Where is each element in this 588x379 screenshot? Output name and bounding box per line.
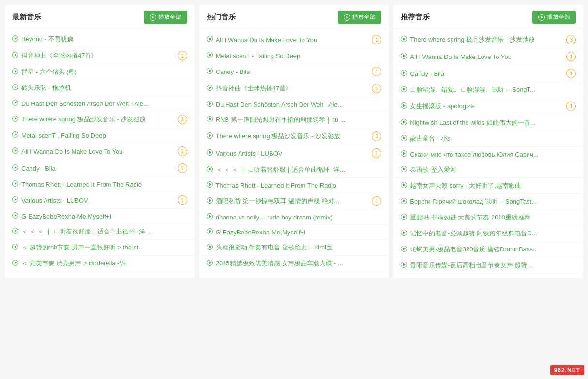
svg-marker-81 — [403, 152, 406, 155]
song-item-left: Береги Горячий шоколад 试听 -- SongTast... — [401, 197, 576, 206]
song-item[interactable]: G-EazyBebeRexha-Me,Myself+I — [5, 209, 195, 224]
song-item[interactable]: Candy - Bila1 — [5, 160, 195, 177]
song-item[interactable]: ＜ 超赞的rnb节奏 男声一直很好听 > the ot... — [5, 240, 195, 256]
song-item-left: Du Hast Den Schösten Arsch Der Welt - Al… — [12, 100, 187, 107]
song-item[interactable]: 越南女声天籁 sorry - 太好听了,越南歌曲 — [393, 178, 583, 194]
svg-marker-93 — [403, 248, 406, 250]
song-item[interactable]: 贵阳音乐传媒-夜店高档电音节奏女声 超赞... — [393, 258, 583, 274]
song-item[interactable]: 2015精选极致优美情感 女声极品车载大碟 - ... — [199, 256, 389, 272]
song-item[interactable]: Du Hast Den Schösten Arsch Der Welt - Al… — [199, 97, 389, 112]
song-play-icon — [207, 36, 213, 44]
song-item[interactable]: Various Artists - LUBOV1 — [5, 192, 195, 209]
song-item[interactable]: Nightwish-Last of the wilds 如此伟大的一首... — [393, 115, 583, 131]
song-badge: 1 — [178, 146, 187, 156]
song-badge: 1 — [178, 195, 187, 205]
song-item-left: All I Wanna Do Is Make Love To You — [12, 147, 175, 155]
song-item[interactable]: 蒙古童音 - 小s — [393, 131, 583, 147]
song-item[interactable]: There where spring 极品沙发音乐 - 沙发弛放3 — [5, 111, 195, 128]
song-item[interactable]: 记忆中的电音-必须超赞 阿铁跨年经典电音C... — [393, 226, 583, 242]
song-item-left: Thomas Rhett - Learned It From The Radio — [12, 180, 187, 188]
song-item-left: 泰语歌-坠入爱河 — [401, 165, 576, 174]
song-item[interactable]: ＜ ＜ ＜ ｜ ㄈ听着很舒服｜适合单曲循环 -洋 ... — [5, 224, 195, 240]
song-play-icon — [207, 132, 213, 140]
song-item-left: 抖音神曲《全球热播47首》 — [207, 84, 369, 93]
svg-marker-17 — [15, 149, 17, 152]
song-play-icon — [401, 70, 407, 77]
song-item-left: 抖音神曲《全球热播47首》 — [12, 51, 175, 60]
song-name: Скажи мне что такое любовь Юлия Савич... — [410, 151, 538, 158]
song-item[interactable]: RNB 第一道阳光照射在手指的刹那钢琴｜nu ... — [199, 112, 389, 128]
song-play-icon — [207, 197, 213, 205]
song-item[interactable]: Various Artists - LUBOV1 — [199, 145, 389, 162]
song-name: G-EazyBebeRexha-Me,Myself+I — [216, 229, 306, 236]
song-item[interactable]: All I Wanna Do Is Make Love To You1 — [199, 31, 389, 48]
song-item[interactable]: ＜ 完美节奏 漂亮男声 > cinderella -诉 — [5, 256, 195, 272]
song-item[interactable]: Береги Горячий шоколад 试听 -- SongTast... — [393, 194, 583, 210]
song-play-icon — [207, 166, 213, 174]
song-item[interactable]: Thomas Rhett - Learned It From The Radio — [199, 178, 389, 193]
song-item[interactable]: 酒吧私货 第一秒惊艳双耳 温情的声线 绝对...1 — [199, 193, 389, 210]
svg-marker-27 — [15, 230, 17, 233]
song-play-icon — [12, 84, 18, 92]
song-item[interactable]: Beyond - 不再犹豫 — [5, 31, 195, 47]
play-all-button-hot[interactable]: 播放全部 — [338, 11, 381, 24]
svg-marker-3 — [15, 37, 17, 40]
song-item[interactable]: 蛇蝎美男-极品电音320音质 磨弦DrumnBass... — [393, 242, 583, 258]
svg-marker-43 — [209, 102, 211, 105]
song-item[interactable]: Candy - Bila1 — [393, 65, 583, 82]
play-all-button-recommended[interactable]: 播放全部 — [532, 11, 576, 24]
song-item[interactable]: All I Wanna Do Is Make Love To You1 — [393, 48, 583, 65]
song-item-left: 记忆中的电音-必须超赞 阿铁跨年经典电音C... — [401, 229, 576, 238]
panel-header-recommended: 推荐音乐 播放全部 — [393, 5, 583, 29]
song-item-left: All I Wanna Do Is Make Love To You — [401, 53, 563, 60]
song-item[interactable]: Metal scenT - Failing So Deep — [5, 128, 195, 143]
panel-recommended: 推荐音乐 播放全部There where spring 极品沙发音乐 - 沙发弛… — [393, 5, 583, 278]
song-play-icon — [12, 244, 18, 251]
song-play-icon — [401, 150, 407, 158]
song-item[interactable]: G-EazyBebeRexha-Me,Myself+I — [199, 225, 389, 240]
song-item[interactable]: Metal scenT - Failing So Deep — [199, 48, 389, 63]
song-name: There where spring 极品沙发音乐 - 沙发弛放 — [21, 115, 146, 124]
play-all-button-latest[interactable]: 播放全部 — [144, 11, 187, 24]
svg-marker-75 — [403, 104, 406, 107]
song-item-left: Candy - Bila — [207, 68, 369, 75]
song-item[interactable]: All I Wanna Do Is Make Love To You1 — [5, 143, 195, 160]
svg-marker-91 — [403, 232, 406, 234]
svg-marker-5 — [15, 54, 17, 57]
song-play-icon — [207, 116, 213, 124]
song-item[interactable]: 砖头乐队 - 拖拉机 — [5, 80, 195, 96]
song-item[interactable]: 抖音神曲《全球热播47首》1 — [5, 47, 195, 64]
song-badge: 1 — [372, 148, 381, 158]
song-play-icon — [207, 260, 213, 267]
song-name: 贵阳音乐传媒-夜店高档电音节奏女声 超赞... — [410, 261, 532, 270]
song-play-icon — [207, 52, 213, 59]
song-item[interactable]: ㄈ脸湿湿、错觉。ㄈ脸湿湿、试听 -- SongT... — [393, 82, 583, 98]
panel-title-hot: 热门音乐 — [207, 13, 236, 22]
song-item[interactable]: Du Hast Den Schösten Arsch Der Welt - Al… — [5, 96, 195, 111]
song-item[interactable]: 抖音神曲《全球热播47首》1 — [199, 80, 389, 97]
song-name: 重要吗-非请勿进 大美的节奏 2010重磅推荐 — [410, 213, 530, 222]
song-item-left: There where spring 极品沙发音乐 - 沙发弛放 — [12, 115, 175, 124]
song-item[interactable]: 女生摇滚版 - apologize1 — [393, 98, 583, 115]
song-name: 头就很摇动 伴奏有电音 这歌给力 -- kimi宝 — [216, 243, 332, 252]
song-item[interactable]: Thomas Rhett - Learned It From The Radio — [5, 177, 195, 192]
song-item[interactable]: 泰语歌-坠入爱河 — [393, 162, 583, 178]
svg-marker-55 — [209, 199, 211, 202]
song-item-left: Various Artists - LUBOV — [12, 196, 175, 204]
song-item[interactable]: 重要吗-非请勿进 大美的节奏 2010重磅推荐 — [393, 210, 583, 226]
song-item-left: 重要吗-非请勿进 大美的节奏 2010重磅推荐 — [401, 213, 576, 222]
song-item[interactable]: There where spring 极品沙发音乐 - 沙发弛放3 — [393, 31, 583, 48]
song-item[interactable]: 群星 - 六个猪头 (粤) — [5, 64, 195, 80]
song-badge: 1 — [372, 35, 381, 44]
song-item[interactable]: Candy - Bila1 — [199, 63, 389, 80]
song-item[interactable]: ＜ ＜ ＜ ｜ ㄈ听着很舒服｜适合单曲循环 -洋... — [199, 162, 389, 178]
song-item-left: 越南女声天籁 sorry - 太好听了,越南歌曲 — [401, 181, 576, 190]
song-badge: 1 — [372, 196, 381, 206]
svg-marker-41 — [209, 87, 211, 89]
song-play-icon — [12, 116, 18, 123]
song-item[interactable]: Скажи мне что такое любовь Юлия Савич... — [393, 147, 583, 162]
song-play-icon — [401, 214, 407, 221]
song-item[interactable]: rihanna vs nelly -- rude boy dream (remi… — [199, 210, 389, 225]
song-item[interactable]: There where spring 极品沙发音乐 - 沙发弛放3 — [199, 128, 389, 145]
song-item[interactable]: 头就很摇动 伴奏有电音 这歌给力 -- kimi宝 — [199, 240, 389, 256]
